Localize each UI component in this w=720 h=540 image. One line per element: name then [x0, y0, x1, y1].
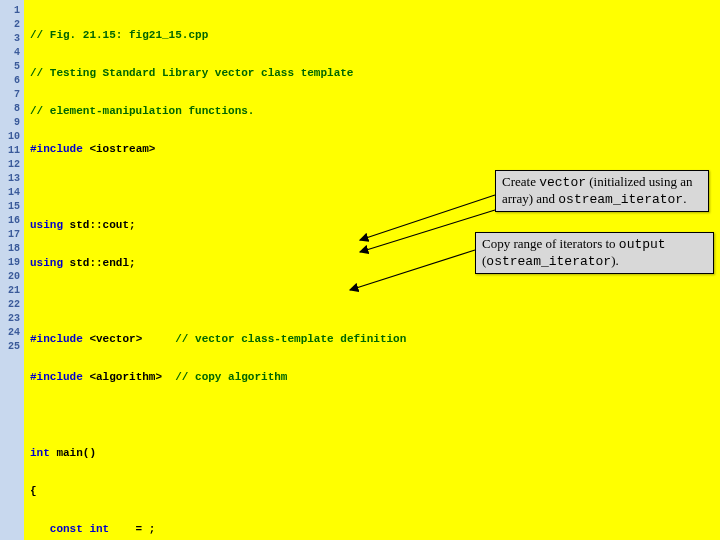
- line-number: 18: [0, 242, 24, 256]
- callout-copy-range: Copy range of iterators to output (ostre…: [475, 232, 714, 274]
- code-line: const int = ;: [30, 522, 714, 536]
- comment: // Fig. 21.15: fig21_15.cpp: [30, 29, 208, 41]
- line-number: 6: [0, 74, 24, 88]
- code-text: = ;: [109, 523, 155, 535]
- callout-text: ).: [611, 253, 619, 268]
- keyword: using: [30, 219, 63, 231]
- code-line: #include <iostream>: [30, 142, 714, 156]
- code-text: {: [30, 485, 37, 497]
- code-text: <algorithm>: [89, 371, 162, 383]
- code-line: using std::cout;: [30, 218, 714, 232]
- code-line: {: [30, 484, 714, 498]
- code-line: #include <algorithm> // copy algorithm: [30, 370, 714, 384]
- code-line: // element-manipulation functions.: [30, 104, 714, 118]
- line-number: 11: [0, 144, 24, 158]
- line-number: 1: [0, 4, 24, 18]
- comment: // vector class-template definition: [175, 333, 406, 345]
- keyword: using: [30, 257, 63, 269]
- keyword: const int: [30, 523, 109, 535]
- keyword: #include: [30, 371, 83, 383]
- line-number: 23: [0, 312, 24, 326]
- keyword: #include: [30, 143, 83, 155]
- code-line: int main(): [30, 446, 714, 460]
- line-number: 14: [0, 186, 24, 200]
- code-text: std::endl;: [63, 257, 136, 269]
- callout-code: vector: [539, 175, 586, 190]
- line-number: 13: [0, 172, 24, 186]
- comment: // copy algorithm: [175, 371, 287, 383]
- code-line: #include <vector> // vector class-templa…: [30, 332, 714, 346]
- line-number: 15: [0, 200, 24, 214]
- callout-code: ostream_iterator: [486, 254, 611, 269]
- comment: // Testing Standard Library vector class…: [30, 67, 353, 79]
- line-number: 3: [0, 32, 24, 46]
- callout-text: Copy range of iterators to: [482, 236, 619, 251]
- callout-text: Create: [502, 174, 539, 189]
- keyword: int: [30, 447, 50, 459]
- line-number: 9: [0, 116, 24, 130]
- code-line: [30, 408, 714, 422]
- line-number: 19: [0, 256, 24, 270]
- line-number: 4: [0, 46, 24, 60]
- line-number: 21: [0, 284, 24, 298]
- line-number: 17: [0, 228, 24, 242]
- callout-code: output: [619, 237, 666, 252]
- code-text: std::cout;: [63, 219, 136, 231]
- comment: // element-manipulation functions.: [30, 105, 254, 117]
- callout-code: ostream_iterator: [558, 192, 683, 207]
- code-line: // Fig. 21.15: fig21_15.cpp: [30, 28, 714, 42]
- keyword: #include: [30, 333, 83, 345]
- line-number: 25: [0, 340, 24, 354]
- line-number: 22: [0, 298, 24, 312]
- line-number: 24: [0, 326, 24, 340]
- line-number: 20: [0, 270, 24, 284]
- code-text: <iostream>: [89, 143, 155, 155]
- line-number: 8: [0, 102, 24, 116]
- code-line: [30, 294, 714, 308]
- code-text: <vector>: [89, 333, 142, 345]
- callout-text: .: [683, 191, 686, 206]
- line-number: 7: [0, 88, 24, 102]
- line-number: 10: [0, 130, 24, 144]
- callout-create-vector: Create vector (initialized using an arra…: [495, 170, 709, 212]
- line-number: 5: [0, 60, 24, 74]
- line-number: 16: [0, 214, 24, 228]
- line-number-gutter: 1 2 3 4 5 6 7 8 9 10 11 12 13 14 15 16 1…: [0, 0, 24, 540]
- line-number: 12: [0, 158, 24, 172]
- code-line: // Testing Standard Library vector class…: [30, 66, 714, 80]
- line-number: 2: [0, 18, 24, 32]
- code-text: main(): [50, 447, 96, 459]
